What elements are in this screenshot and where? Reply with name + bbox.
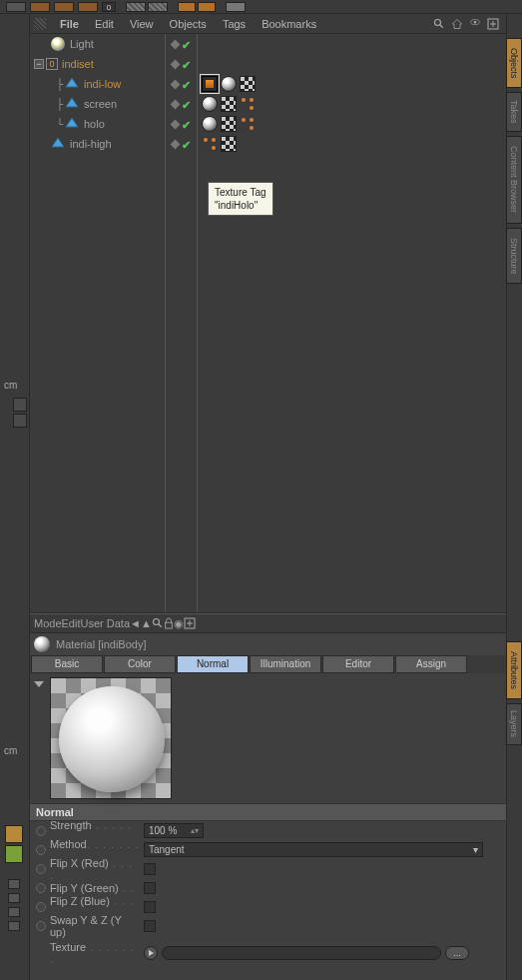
tree-row-indi-low[interactable]: ├ indi-low — [30, 74, 165, 94]
flipx-checkbox[interactable] — [144, 863, 156, 875]
home-icon[interactable] — [450, 17, 464, 31]
tree-row-indi-high[interactable]: indi-high — [30, 134, 165, 154]
tab-normal[interactable]: Normal — [177, 655, 249, 673]
anim-dot-icon[interactable] — [36, 902, 46, 912]
material-tag-icon[interactable] — [202, 96, 218, 112]
flipz-checkbox[interactable] — [144, 901, 156, 913]
anim-dot-icon[interactable] — [36, 845, 46, 855]
object-tree[interactable]: Light − 0 indiset ├ indi-low ├ screen └ … — [30, 34, 166, 612]
toolbar-slot[interactable] — [54, 2, 74, 12]
gutter-widget[interactable] — [13, 398, 27, 412]
toolbar-slot[interactable] — [226, 2, 246, 12]
film-icon[interactable] — [5, 845, 23, 863]
tab-color[interactable]: Color — [104, 655, 176, 673]
swap-checkbox[interactable] — [144, 920, 156, 932]
collapse-triangle-icon[interactable] — [34, 681, 44, 687]
menu-file[interactable]: File — [52, 15, 87, 33]
tree-row-screen[interactable]: ├ screen — [30, 94, 165, 114]
gutter-widget[interactable] — [8, 921, 20, 931]
toolbar-button[interactable] — [178, 2, 196, 12]
anim-dot-icon[interactable] — [36, 883, 46, 893]
menu-objects[interactable]: Objects — [162, 15, 215, 33]
render-check-icon[interactable]: ✔ — [182, 59, 192, 69]
expand-icon[interactable] — [486, 17, 500, 31]
menu-edit[interactable]: Edit — [62, 617, 81, 629]
texture-tag-icon[interactable] — [221, 116, 237, 132]
anim-dot-icon[interactable] — [36, 921, 46, 931]
visibility-dot[interactable] — [170, 79, 180, 89]
render-check-icon[interactable]: ✔ — [182, 119, 192, 129]
visibility-dot[interactable] — [170, 39, 180, 49]
texture-tag-icon[interactable] — [221, 136, 237, 152]
nav-up-icon[interactable]: ▲ — [141, 617, 152, 629]
menu-edit[interactable]: Edit — [87, 15, 122, 33]
gutter-widget[interactable] — [8, 907, 20, 917]
eye-icon[interactable] — [468, 17, 482, 31]
xpresso-tag-icon[interactable] — [202, 136, 218, 152]
gutter-widget[interactable] — [8, 893, 20, 903]
material-tag-icon[interactable] — [202, 116, 218, 132]
tab-illumination[interactable]: Illumination — [250, 655, 321, 673]
expander-icon[interactable]: − — [34, 59, 44, 69]
attribute-manager-menu: Mode Edit User Data ◄ ▲ ◉ — [30, 613, 506, 633]
tree-row-light[interactable]: Light — [30, 34, 165, 54]
menu-bookmarks[interactable]: Bookmarks — [254, 15, 324, 33]
toolbar-slot[interactable] — [78, 2, 98, 12]
texture-tag-icon[interactable] — [221, 96, 237, 112]
material-preview[interactable] — [50, 677, 172, 799]
tab-editor[interactable]: Editor — [322, 655, 394, 673]
render-check-icon[interactable]: ✔ — [182, 139, 192, 149]
search-icon[interactable] — [432, 17, 446, 31]
menu-userdata[interactable]: User Data — [81, 617, 131, 629]
visibility-dot[interactable] — [170, 139, 180, 149]
visibility-dot[interactable] — [170, 119, 180, 129]
flipy-checkbox[interactable] — [144, 882, 156, 894]
svg-line-12 — [159, 624, 162, 627]
menu-view[interactable]: View — [122, 15, 162, 33]
lock-icon[interactable] — [164, 617, 174, 629]
gutter-widget[interactable] — [13, 414, 27, 428]
tab-basic[interactable]: Basic — [31, 655, 103, 673]
gutter-widget[interactable] — [8, 879, 20, 889]
anim-dot-icon[interactable] — [36, 864, 46, 874]
nav-back-icon[interactable]: ◄ — [130, 617, 141, 629]
new-window-icon[interactable] — [184, 617, 196, 629]
side-tab-content-browser[interactable]: Content Browser — [506, 136, 522, 224]
strength-field[interactable]: 100 %▴▾ — [144, 823, 204, 838]
tab-assign[interactable]: Assign — [395, 655, 467, 673]
texture-browse-button[interactable]: ... — [445, 946, 469, 960]
render-check-icon[interactable]: ✔ — [182, 39, 192, 49]
side-tab-objects[interactable]: Objects — [506, 38, 522, 88]
menu-tags[interactable]: Tags — [215, 15, 254, 33]
toolbar-slot[interactable] — [148, 2, 168, 12]
side-tab-structure[interactable]: Structure — [506, 228, 522, 284]
material-tag-icon[interactable] — [221, 76, 237, 92]
render-check-icon[interactable]: ✔ — [182, 79, 192, 89]
texture-arrow-icon[interactable] — [144, 946, 158, 960]
settings-icon[interactable]: ◉ — [174, 617, 184, 630]
layer-badge-icon[interactable]: 0 — [46, 58, 58, 70]
toolbar-slot[interactable] — [126, 2, 146, 12]
film-icon[interactable] — [5, 825, 23, 843]
menu-mode[interactable]: Mode — [34, 617, 62, 629]
texture-field[interactable] — [162, 946, 441, 960]
tree-row-indiset[interactable]: − 0 indiset — [30, 54, 165, 74]
side-tab-takes[interactable]: Takes — [506, 92, 522, 132]
visibility-dot[interactable] — [170, 59, 180, 69]
toolbar-button[interactable] — [198, 2, 216, 12]
search-icon[interactable] — [152, 617, 164, 629]
side-tab-attributes[interactable]: Attributes — [506, 641, 522, 699]
toolbar-slot[interactable] — [30, 2, 50, 12]
method-dropdown[interactable]: Tangent▾ — [144, 842, 483, 857]
side-tab-layers[interactable]: Layers — [506, 703, 522, 745]
panel-grip-icon[interactable] — [34, 18, 46, 30]
render-check-icon[interactable]: ✔ — [182, 99, 192, 109]
toolbar-slot[interactable] — [6, 2, 26, 12]
xpresso-tag-icon[interactable] — [240, 116, 256, 132]
xpresso-tag-icon[interactable] — [240, 96, 256, 112]
tree-row-holo[interactable]: └ holo — [30, 114, 165, 134]
visibility-dot[interactable] — [170, 99, 180, 109]
compositing-tag-icon[interactable] — [202, 76, 218, 92]
texture-tag-icon[interactable] — [240, 76, 256, 92]
anim-dot-icon[interactable] — [36, 826, 46, 836]
